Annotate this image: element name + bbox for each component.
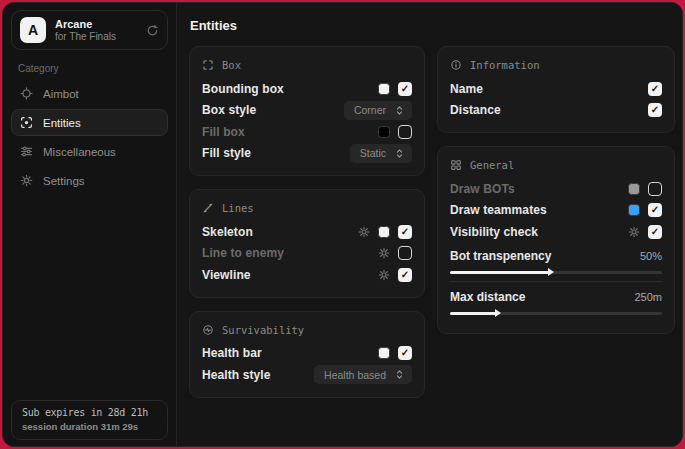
dropdown-value: Health based [324, 369, 386, 381]
box-brackets-icon [202, 59, 214, 71]
setting-row-distance: Distance ✓ [450, 100, 662, 122]
slider-track[interactable] [450, 312, 662, 315]
check-icon: ✓ [401, 227, 409, 237]
checkbox-fill-box[interactable] [398, 125, 412, 139]
setting-row-fill-style: Fill style Static [202, 143, 412, 165]
panel-title: Survivability [222, 324, 304, 336]
session-duration-text: session duration 31m 29s [22, 421, 157, 432]
color-swatch[interactable] [628, 183, 640, 195]
sidebar-nav: Aimbot Entities Miscellaneous Settings [3, 80, 176, 194]
panel-title: Information [470, 59, 540, 71]
checkbox-distance[interactable]: ✓ [648, 103, 662, 117]
checkbox-draw-teammates[interactable]: ✓ [648, 203, 662, 217]
setting-row-health-bar: Health bar ✓ [202, 343, 412, 365]
setting-row-draw-bots: Draw BOTs [450, 178, 662, 200]
crosshair-icon [20, 87, 33, 100]
sort-arrows-icon [394, 148, 405, 159]
sidebar: A Arcane for The Finals Category Aimbot [3, 3, 177, 446]
sidebar-item-aimbot[interactable]: Aimbot [11, 80, 168, 107]
checkbox-draw-bots[interactable] [648, 182, 662, 196]
checkbox-line-to-enemy[interactable] [398, 246, 412, 260]
entities-scan-icon [20, 116, 33, 129]
checkbox-name[interactable]: ✓ [648, 82, 662, 96]
health-style-dropdown[interactable]: Health based [314, 365, 412, 384]
app-logo-letter: A [28, 22, 38, 38]
color-swatch[interactable] [378, 126, 390, 138]
color-swatch[interactable] [378, 347, 390, 359]
grid-icon [450, 159, 462, 171]
sidebar-item-miscellaneous[interactable]: Miscellaneous [11, 138, 168, 165]
app-logo-card: A Arcane for The Finals [11, 10, 168, 50]
box-style-dropdown[interactable]: Corner [344, 101, 412, 120]
sidebar-item-settings[interactable]: Settings [11, 167, 168, 194]
check-icon: ✓ [651, 227, 659, 237]
dropdown-value: Static [360, 147, 386, 159]
setting-row-bounding-box: Bounding box ✓ [202, 78, 412, 100]
panel-title: General [470, 159, 514, 171]
sidebar-item-label: Miscellaneous [43, 146, 116, 158]
slider-thumb[interactable] [548, 268, 554, 276]
checkbox-skeleton[interactable]: ✓ [398, 225, 412, 239]
checkbox-visibility-check[interactable]: ✓ [648, 225, 662, 239]
checkbox-health-bar[interactable]: ✓ [398, 346, 412, 360]
setting-row-skeleton: Skeleton ✓ [202, 221, 412, 243]
slider-max-distance: Max distance 250m [450, 288, 662, 315]
check-icon: ✓ [401, 348, 409, 358]
gear-icon[interactable] [378, 247, 390, 259]
panel-general: General Draw BOTs Draw teammates ✓ [437, 146, 675, 334]
check-icon: ✓ [651, 205, 659, 215]
color-swatch[interactable] [378, 226, 390, 238]
setting-row-box-style: Box style Corner [202, 100, 412, 122]
app-logo: A [20, 17, 46, 43]
slider-value: 50% [640, 250, 662, 262]
panel-title: Lines [222, 202, 254, 214]
divider [450, 281, 662, 282]
setting-row-visibility-check: Visibility check ✓ [450, 221, 662, 243]
main-content: Entities Box Bounding box [177, 3, 683, 446]
panel-information: Information Name ✓ Distance ✓ [437, 46, 675, 133]
sidebar-item-label: Settings [43, 175, 85, 187]
slider-value: 250m [634, 291, 662, 303]
color-swatch[interactable] [628, 204, 640, 216]
slider-track[interactable] [450, 271, 662, 274]
sidebar-item-entities[interactable]: Entities [11, 109, 168, 136]
gear-icon[interactable] [378, 269, 390, 281]
panel-title: Box [222, 59, 241, 71]
checkbox-bounding-box[interactable]: ✓ [398, 82, 412, 96]
check-icon: ✓ [651, 105, 659, 115]
setting-row-line-to-enemy: Line to enemy [202, 243, 412, 265]
setting-row-name: Name ✓ [450, 78, 662, 100]
gear-icon[interactable] [358, 226, 370, 238]
sidebar-item-label: Aimbot [43, 88, 79, 100]
setting-row-health-style: Health style Health based [202, 364, 412, 386]
checkbox-viewline[interactable]: ✓ [398, 268, 412, 282]
subscription-info-box: Sub expires in 28d 21h session duration … [11, 400, 168, 440]
color-swatch[interactable] [378, 83, 390, 95]
sidebar-item-label: Entities [43, 117, 81, 129]
fill-style-dropdown[interactable]: Static [350, 144, 412, 163]
slider-bot-transparency: Bot transpenency 50% [450, 247, 662, 274]
pulse-icon [202, 324, 214, 336]
info-icon [450, 59, 462, 71]
gear-icon [20, 174, 33, 187]
slider-thumb[interactable] [495, 309, 501, 317]
app-name: Arcane [55, 18, 137, 31]
setting-row-viewline: Viewline ✓ [202, 264, 412, 286]
setting-row-fill-box: Fill box [202, 121, 412, 143]
category-label: Category [18, 63, 176, 74]
sort-arrows-icon [394, 105, 405, 116]
check-icon: ✓ [401, 270, 409, 280]
setting-row-draw-teammates: Draw teammates ✓ [450, 200, 662, 222]
panel-lines: Lines Skeleton ✓ Line to enemy [189, 189, 425, 298]
sort-arrows-icon [394, 369, 405, 380]
check-icon: ✓ [651, 84, 659, 94]
sliders-icon [20, 145, 33, 158]
refresh-icon[interactable] [146, 24, 159, 37]
panel-survivability: Survivability Health bar ✓ Health style [189, 311, 425, 398]
app-subtitle: for The Finals [55, 31, 137, 43]
check-icon: ✓ [401, 84, 409, 94]
page-title: Entities [190, 18, 675, 33]
panel-box: Box Bounding box ✓ Box style Corn [189, 46, 425, 176]
dropdown-value: Corner [354, 104, 386, 116]
gear-icon[interactable] [628, 226, 640, 238]
